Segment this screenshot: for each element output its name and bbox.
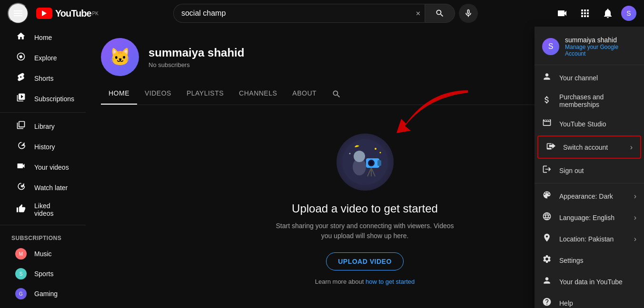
sidebar-item-liked-videos[interactable]: Liked videos — [4, 198, 82, 221]
header: YouTubePK ✕ S — [0, 0, 644, 27]
sidebar-item-label: Watch later — [34, 184, 68, 192]
manage-google-account-link[interactable]: Manage your Google Account — [565, 44, 636, 57]
language-chevron: › — [634, 213, 636, 222]
sidebar-item-label: History — [34, 143, 55, 151]
apps-button[interactable] — [575, 4, 594, 23]
dropdown-studio[interactable]: YouTube Studio — [535, 113, 644, 135]
sidebar-item-music[interactable]: M Music — [4, 244, 82, 263]
header-left: YouTubePK — [8, 3, 99, 24]
switch-account-icon — [546, 141, 555, 153]
tab-playlists[interactable]: PLAYLISTS — [179, 84, 231, 105]
dropdown-item-label: Your channel — [559, 74, 598, 82]
dropdown-user-info: summaiya shahid Manage your Google Accou… — [565, 36, 636, 57]
channel-subscribers: No subscribers — [149, 61, 530, 68]
dropdown-appearance[interactable]: Appearance: Dark › — [535, 185, 644, 207]
sidebar-item-label: Home — [34, 34, 52, 41]
dropdown-help[interactable]: Help — [535, 292, 644, 308]
explore-icon — [15, 52, 27, 64]
dropdown-location[interactable]: Location: Pakistan › — [535, 228, 644, 250]
search-bar: ✕ — [173, 4, 455, 23]
sidebar-item-history[interactable]: History — [4, 137, 82, 156]
dropdown-settings[interactable]: Settings — [535, 250, 644, 271]
dropdown-avatar: S — [542, 38, 559, 55]
watch-later-icon — [15, 182, 27, 193]
help-icon — [542, 297, 552, 308]
dropdown-header: S summaiya shahid Manage your Google Acc… — [535, 30, 644, 63]
sidebar-item-sports[interactable]: S Sports — [4, 264, 82, 283]
dropdown-language[interactable]: Language: English › — [535, 207, 644, 228]
tab-home[interactable]: HOME — [101, 84, 137, 105]
sidebar-item-gaming[interactable]: G Gaming — [4, 284, 82, 303]
sidebar-item-library[interactable]: Library — [4, 116, 82, 136]
upload-learn-text: Learn more about — [315, 278, 366, 285]
sidebar-item-watch-later[interactable]: Watch later — [4, 178, 82, 197]
sidebar-item-label: Liked videos — [34, 202, 70, 217]
settings-icon — [542, 254, 552, 266]
upload-illustration — [337, 134, 394, 191]
history-icon — [15, 141, 27, 153]
menu-button[interactable] — [8, 3, 29, 24]
purchases-icon — [542, 95, 552, 107]
sidebar-item-label: Your videos — [34, 164, 69, 171]
search-button[interactable] — [425, 4, 455, 23]
studio-icon — [542, 118, 552, 130]
your-channel-icon — [542, 72, 552, 84]
sidebar-item-subscriptions[interactable]: Subscriptions — [4, 89, 82, 108]
shorts-icon — [15, 72, 27, 84]
dropdown-item-label: Purchases and memberships — [559, 93, 636, 108]
sidebar-item-label: Shorts — [34, 75, 53, 82]
channel-meta: summaiya shahid No subscribers — [149, 46, 530, 68]
search-clear-button[interactable]: ✕ — [412, 4, 425, 23]
sidebar-item-label: Music — [34, 250, 52, 258]
dropdown-purchases[interactable]: Purchases and memberships — [535, 88, 644, 113]
subscriptions-section-label: SUBSCRIPTIONS — [0, 229, 86, 243]
sidebar-item-home[interactable]: Home — [4, 28, 82, 47]
appearance-chevron: › — [634, 192, 636, 201]
tab-about[interactable]: ABOUT — [285, 84, 324, 105]
sidebar-item-label: Gaming — [34, 290, 58, 298]
channel-name: summaiya shahid — [149, 46, 530, 59]
tab-videos[interactable]: VIDEOS — [137, 84, 179, 105]
channel-avatar: 🐱 — [101, 38, 139, 76]
upload-video-button[interactable]: UPLOAD VIDEO — [326, 252, 404, 270]
music-avatar: M — [15, 248, 27, 260]
dropdown-your-data[interactable]: Your data in YouTube — [535, 271, 644, 292]
upload-learn-link[interactable]: how to get started — [366, 278, 415, 285]
youtube-logo[interactable]: YouTubePK — [36, 8, 99, 19]
dropdown-your-channel[interactable]: Your channel — [535, 67, 644, 88]
create-button[interactable] — [553, 4, 572, 23]
account-dropdown: S summaiya shahid Manage your Google Acc… — [535, 27, 644, 308]
tab-channels[interactable]: CHANNELS — [231, 84, 285, 105]
dropdown-sign-out[interactable]: Sign out — [535, 160, 644, 181]
sidebar-item-your-videos[interactable]: Your videos — [4, 157, 82, 177]
account-avatar-button[interactable]: S — [621, 6, 636, 21]
svg-rect-6 — [377, 160, 381, 166]
svg-point-2 — [354, 151, 365, 162]
dropdown-item-label: Appearance: Dark — [559, 192, 613, 200]
yt-logo-icon — [36, 8, 52, 19]
notifications-button[interactable] — [598, 4, 617, 23]
svg-point-5 — [369, 161, 373, 165]
search-input[interactable] — [173, 4, 412, 23]
switch-account-chevron: › — [630, 143, 633, 152]
dropdown-item-label: YouTube Studio — [559, 120, 606, 128]
dropdown-switch-account[interactable]: Switch account › — [537, 135, 641, 159]
library-icon — [15, 120, 27, 132]
sidebar-item-label: Library — [34, 123, 55, 130]
svg-point-9 — [349, 153, 350, 154]
sidebar-item-label: Sports — [34, 270, 53, 278]
mic-button[interactable] — [459, 4, 478, 23]
svg-point-8 — [379, 152, 381, 154]
dropdown-item-label: Language: English — [559, 214, 614, 221]
appearance-icon — [542, 190, 552, 202]
dropdown-item-label: Help — [559, 299, 573, 307]
tab-search-button[interactable] — [324, 84, 349, 105]
sign-out-icon — [542, 164, 552, 176]
sidebar-item-news[interactable]: N News — [4, 304, 82, 308]
home-icon — [15, 31, 27, 43]
sidebar-item-explore[interactable]: Explore — [4, 48, 82, 67]
dropdown-item-label: Location: Pakistan — [559, 235, 614, 243]
dropdown-divider-1 — [535, 65, 644, 65]
dropdown-divider-2 — [535, 183, 644, 183]
sidebar-item-shorts[interactable]: Shorts — [4, 68, 82, 88]
